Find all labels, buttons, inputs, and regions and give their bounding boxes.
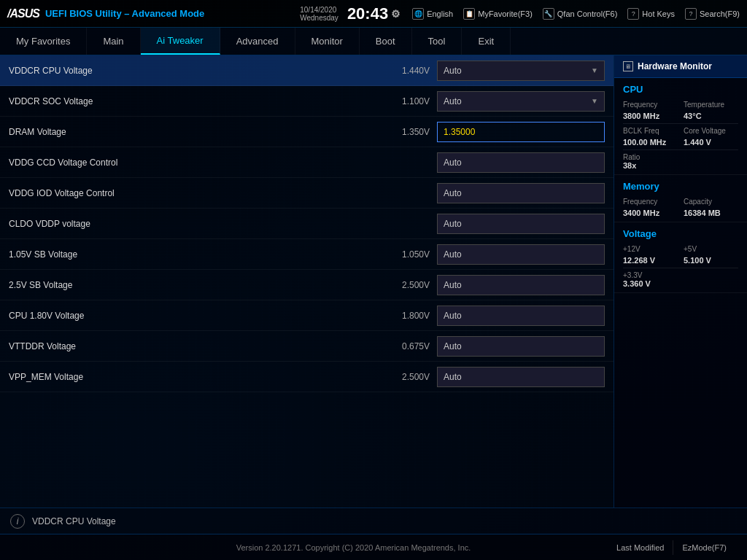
voltage-settings-panel: VDDCR CPU Voltage 1.440V Auto ▼ VDDCR SO…	[0, 55, 614, 508]
cldo-vddp-control[interactable]: Auto	[437, 214, 605, 234]
info-icon: i	[10, 514, 25, 529]
sb-105-control[interactable]: Auto	[437, 244, 605, 265]
vddcr-soc-control[interactable]: Auto ▼	[437, 91, 605, 112]
dram-control[interactable]: 1.35000	[437, 122, 605, 142]
vddg-ccd-label: VDDG CCD Voltage Control	[9, 158, 379, 168]
vttddr-default: 0.675V	[379, 341, 430, 351]
version-text: Version 2.20.1271. Copyright (C) 2020 Am…	[99, 543, 608, 552]
qfan-control[interactable]: 🔧 Qfan Control(F6)	[543, 8, 618, 20]
asus-logo: /ASUS	[7, 7, 39, 20]
memory-section-title: Memory	[623, 181, 738, 192]
v12-value: 12.268 V	[623, 256, 678, 265]
myfavorite-control[interactable]: 📋 MyFavorite(F3)	[463, 8, 533, 20]
cldo-vddp-dropdown[interactable]: Auto	[437, 214, 605, 234]
cpu-section-title: CPU	[623, 84, 738, 95]
sb-25-default: 2.500V	[379, 280, 430, 290]
sb-25-label: 2.5V SB Voltage	[9, 280, 379, 290]
dropdown-arrow: ▼	[591, 97, 598, 105]
sb-25-dropdown[interactable]: Auto	[437, 275, 605, 295]
cpu-bclk-grid: BCLK Freq Core Voltage 100.00 MHz 1.440 …	[623, 127, 738, 147]
vpp-mem-dropdown[interactable]: Auto	[437, 367, 605, 387]
cpu-180-control[interactable]: Auto	[437, 306, 605, 326]
vpp-mem-default: 2.500V	[379, 372, 430, 382]
sb-105-dropdown[interactable]: Auto	[437, 244, 605, 265]
vttddr-row[interactable]: VTTDDR Voltage 0.675V Auto	[0, 331, 614, 362]
vddg-ccd-dropdown[interactable]: Auto	[437, 152, 605, 173]
date-label: 10/14/2020	[300, 6, 336, 14]
last-modified-button[interactable]: Last Modified	[608, 540, 673, 555]
cpu-freq-label: Frequency	[623, 101, 678, 109]
sb-25-control[interactable]: Auto	[437, 275, 605, 295]
nav-my-favorites[interactable]: My Favorites	[0, 28, 87, 55]
v12-label: +12V	[623, 245, 678, 253]
cldo-vddp-row[interactable]: CLDO VDDP voltage Auto	[0, 209, 614, 239]
top-controls: 🌐 English 📋 MyFavorite(F3) 🔧 Qfan Contro…	[412, 8, 740, 20]
main-content: VDDCR CPU Voltage 1.440V Auto ▼ VDDCR SO…	[0, 55, 747, 508]
vddg-ccd-control[interactable]: Auto	[437, 152, 605, 173]
nav-monitor[interactable]: Monitor	[295, 28, 360, 55]
vddcr-cpu-control[interactable]: Auto ▼	[437, 61, 605, 81]
cpu-180-dropdown[interactable]: Auto	[437, 306, 605, 326]
nav-tool[interactable]: Tool	[412, 28, 462, 55]
cpu-corevolt-label: Core Voltage	[684, 127, 738, 135]
english-control[interactable]: 🌐 English	[412, 8, 453, 20]
cpu-temp-value: 43°C	[684, 112, 738, 120]
clock-display: 20:43 ⚙	[347, 6, 400, 22]
vddg-iod-row[interactable]: VDDG IOD Voltage Control Auto	[0, 178, 614, 209]
sb-105-row[interactable]: 1.05V SB Voltage 1.050V Auto	[0, 239, 614, 270]
hw-monitor-header: 🖥 Hardware Monitor	[614, 55, 747, 78]
v33-label: +3.3V	[623, 271, 738, 279]
vddcr-soc-row[interactable]: VDDCR SOC Voltage 1.100V Auto ▼	[0, 86, 614, 117]
cpu-180-default: 1.800V	[379, 311, 430, 321]
bottom-info-text: VDDCR CPU Voltage	[32, 516, 116, 526]
nav-exit[interactable]: Exit	[462, 28, 511, 55]
vddg-iod-dropdown[interactable]: Auto	[437, 183, 605, 203]
v33-value: 3.360 V	[623, 279, 738, 288]
dram-label: DRAM Voltage	[9, 127, 379, 137]
dram-default: 1.350V	[379, 127, 430, 137]
cldo-vddp-label: CLDO VDDP voltage	[9, 219, 379, 229]
vddcr-cpu-dropdown[interactable]: Auto ▼	[437, 61, 605, 81]
hw-monitor-title: Hardware Monitor	[638, 61, 712, 71]
vpp-mem-row[interactable]: VPP_MEM Voltage 2.500V Auto	[0, 362, 614, 392]
nav-ai-tweaker[interactable]: Ai Tweaker	[141, 28, 220, 55]
vddcr-cpu-row[interactable]: VDDCR CPU Voltage 1.440V Auto ▼	[0, 55, 614, 86]
vddg-iod-control[interactable]: Auto	[437, 183, 605, 203]
clipboard-icon: 📋	[463, 8, 475, 20]
status-bar: Version 2.20.1271. Copyright (C) 2020 Am…	[0, 534, 747, 560]
nav-advanced[interactable]: Advanced	[220, 28, 295, 55]
sb-105-default: 1.050V	[379, 249, 430, 260]
vttddr-label: VTTDDR Voltage	[9, 341, 379, 351]
cpu-section: CPU Frequency Temperature 3800 MHz 43°C …	[614, 78, 747, 175]
vddg-ccd-row[interactable]: VDDG CCD Voltage Control Auto	[0, 147, 614, 178]
bios-title: UEFI BIOS Utility – Advanced Mode	[45, 8, 300, 19]
cpu-grid: Frequency Temperature 3800 MHz 43°C	[623, 101, 738, 120]
monitor-icon: 🖥	[623, 61, 633, 71]
ez-mode-button[interactable]: EzMode(F7)	[673, 540, 735, 555]
search-control[interactable]: ? Search(F9)	[685, 8, 740, 20]
cpu-ratio-label: Ratio	[623, 153, 738, 161]
cpu-freq-value: 3800 MHz	[623, 112, 678, 120]
nav-boot[interactable]: Boot	[360, 28, 412, 55]
vddcr-soc-label: VDDCR SOC Voltage	[9, 96, 379, 106]
vddcr-soc-dropdown[interactable]: Auto ▼	[437, 91, 605, 112]
vpp-mem-control[interactable]: Auto	[437, 367, 605, 387]
v5-label: +5V	[684, 245, 738, 253]
cpu-bclk-value: 100.00 MHz	[623, 138, 678, 147]
vddcr-cpu-label: VDDCR CPU Voltage	[9, 66, 379, 76]
dram-row[interactable]: DRAM Voltage 1.350V 1.35000	[0, 117, 614, 147]
vttddr-dropdown[interactable]: Auto	[437, 336, 605, 357]
settings-icon[interactable]: ⚙	[391, 9, 400, 19]
voltage-grid: +12V +5V 12.268 V 5.100 V	[623, 245, 738, 265]
dram-input[interactable]: 1.35000	[437, 122, 605, 142]
mem-cap-value: 16384 MB	[684, 209, 738, 217]
vttddr-control[interactable]: Auto	[437, 336, 605, 357]
sb-25-row[interactable]: 2.5V SB Voltage 2.500V Auto	[0, 270, 614, 300]
hotkeys-control[interactable]: ? Hot Keys	[627, 8, 675, 20]
cpu-180-row[interactable]: CPU 1.80V Voltage 1.800V Auto	[0, 300, 614, 331]
cpu-temp-label: Temperature	[684, 101, 738, 109]
sb-105-label: 1.05V SB Voltage	[9, 249, 379, 260]
nav-bar: My Favorites Main Ai Tweaker Advanced Mo…	[0, 28, 747, 55]
voltage-section: Voltage +12V +5V 12.268 V 5.100 V +3.3V …	[614, 222, 747, 293]
nav-main[interactable]: Main	[87, 28, 140, 55]
